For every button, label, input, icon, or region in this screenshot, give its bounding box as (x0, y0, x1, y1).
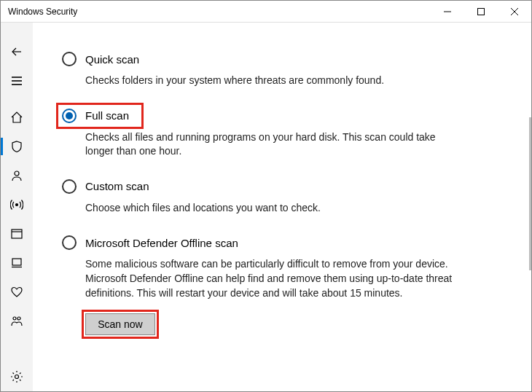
option-label: Full scan (85, 109, 129, 122)
network-icon (10, 198, 23, 211)
gear-icon (10, 370, 23, 383)
option-custom-scan: Custom scan Choose which files and locat… (62, 179, 509, 216)
radio-icon (62, 52, 77, 66)
scan-now-button[interactable]: Scan now (85, 313, 155, 335)
device-icon (10, 256, 23, 270)
option-label: Custom scan (85, 180, 149, 192)
svg-point-14 (13, 317, 16, 320)
heart-icon (10, 286, 23, 299)
option-description: Some malicious software can be particula… (85, 257, 464, 300)
option-description: Choose which files and locations you wan… (85, 201, 464, 216)
sidebar (1, 23, 33, 391)
back-button[interactable] (1, 37, 33, 66)
radio-custom-scan[interactable]: Custom scan (62, 179, 509, 194)
radio-icon (62, 235, 77, 250)
option-quick-scan: Quick scan Checks folders in your system… (62, 52, 509, 88)
sidebar-item-family[interactable] (1, 307, 33, 336)
person-icon (10, 169, 23, 182)
svg-point-15 (17, 317, 20, 320)
radio-full-scan[interactable]: Full scan (62, 109, 509, 123)
sidebar-item-protection[interactable] (1, 132, 33, 161)
family-icon (10, 315, 23, 328)
hamburger-icon (10, 74, 23, 87)
svg-rect-1 (478, 8, 485, 15)
radio-icon-selected (62, 109, 77, 123)
option-label: Microsoft Defender Offline scan (85, 237, 238, 249)
sidebar-item-account[interactable] (1, 161, 33, 190)
maximize-button[interactable] (464, 1, 498, 23)
sidebar-item-device[interactable] (1, 248, 33, 278)
svg-point-16 (15, 375, 19, 379)
titlebar: Windows Security (1, 1, 531, 23)
app-browser-icon (10, 227, 23, 240)
home-icon (10, 111, 23, 124)
radio-offline-scan[interactable]: Microsoft Defender Offline scan (62, 235, 509, 250)
option-description: Checks all files and running programs on… (85, 130, 464, 159)
minimize-button[interactable] (431, 1, 464, 23)
window-security: Windows Security (0, 0, 532, 392)
svg-point-9 (16, 204, 18, 206)
sidebar-item-firewall[interactable] (1, 190, 33, 219)
sidebar-item-health[interactable] (1, 278, 33, 307)
scan-now-row: Scan now (85, 313, 155, 335)
content-area: Quick scan Checks folders in your system… (33, 23, 531, 391)
window-title: Windows Security (8, 7, 77, 17)
sidebar-item-appbrowser[interactable] (1, 219, 33, 248)
close-button[interactable] (498, 1, 531, 23)
svg-point-8 (15, 171, 19, 176)
minimize-icon (444, 8, 451, 15)
scrollbar[interactable] (529, 117, 531, 270)
menu-button[interactable] (1, 66, 33, 95)
option-offline-scan: Microsoft Defender Offline scan Some mal… (62, 235, 509, 300)
sidebar-item-home[interactable] (1, 103, 33, 132)
back-arrow-icon (10, 45, 23, 58)
window-controls (431, 1, 531, 23)
maximize-icon (477, 8, 485, 15)
shield-icon (10, 140, 23, 153)
scan-now-label: Scan now (98, 318, 142, 330)
option-label: Quick scan (85, 53, 139, 66)
radio-quick-scan[interactable]: Quick scan (62, 52, 509, 66)
svg-rect-10 (12, 230, 22, 238)
svg-rect-12 (12, 259, 21, 265)
body: Quick scan Checks folders in your system… (1, 23, 531, 391)
radio-icon (62, 179, 77, 194)
sidebar-item-settings[interactable] (1, 362, 33, 391)
close-icon (511, 8, 518, 15)
option-description: Checks folders in your system where thre… (85, 74, 464, 88)
option-full-scan: Full scan Checks all files and running p… (62, 109, 509, 159)
